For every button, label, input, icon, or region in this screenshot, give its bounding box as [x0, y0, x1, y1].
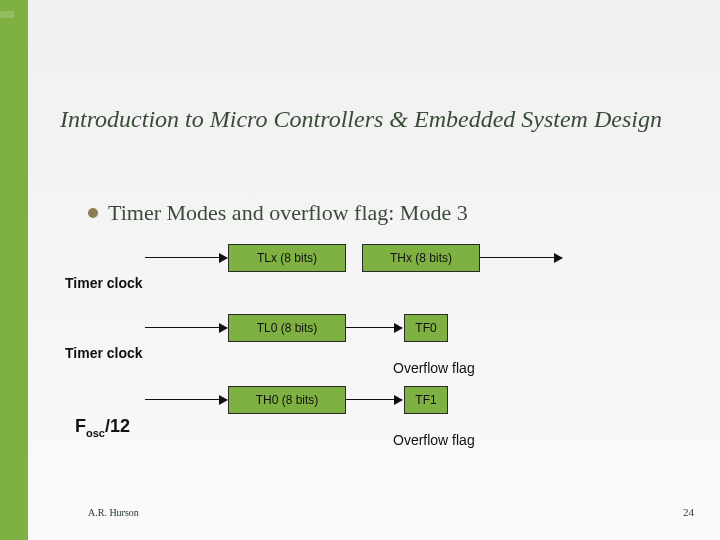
bullet-dot-icon [88, 208, 98, 218]
bullet-text: Timer Modes and overflow flag: Mode 3 [108, 200, 468, 226]
footer-author: A.R. Hurson [88, 507, 139, 518]
label-overflow-2: Overflow flag [393, 432, 475, 448]
arrow-icon [480, 257, 562, 258]
box-tf1: TF1 [404, 386, 448, 414]
arrow-icon [145, 399, 227, 400]
box-tl0: TL0 (8 bits) [228, 314, 346, 342]
arrow-icon [346, 327, 402, 328]
arrow-icon [145, 327, 227, 328]
box-thx: THx (8 bits) [362, 244, 480, 272]
slide-number: 24 [683, 506, 694, 518]
fosc-div: /12 [105, 416, 130, 436]
fosc-f: F [75, 416, 86, 436]
arrow-icon [145, 257, 227, 258]
bullet-item: Timer Modes and overflow flag: Mode 3 [88, 200, 468, 226]
box-tlx: TLx (8 bits) [228, 244, 346, 272]
box-th0: TH0 (8 bits) [228, 386, 346, 414]
accent-bar [0, 0, 28, 540]
box-tf0: TF0 [404, 314, 448, 342]
page-title: Introduction to Micro Controllers & Embe… [60, 106, 662, 133]
label-timer-clock-2: Timer clock [65, 345, 143, 361]
label-fosc: Fosc/12 [75, 416, 130, 439]
fosc-sub: osc [86, 427, 105, 439]
accent-detail [0, 4, 14, 18]
arrow-icon [346, 399, 402, 400]
label-overflow-1: Overflow flag [393, 360, 475, 376]
label-timer-clock-1: Timer clock [65, 275, 143, 291]
timer-diagram: TLx (8 bits) THx (8 bits) Timer clock TL… [60, 232, 680, 492]
